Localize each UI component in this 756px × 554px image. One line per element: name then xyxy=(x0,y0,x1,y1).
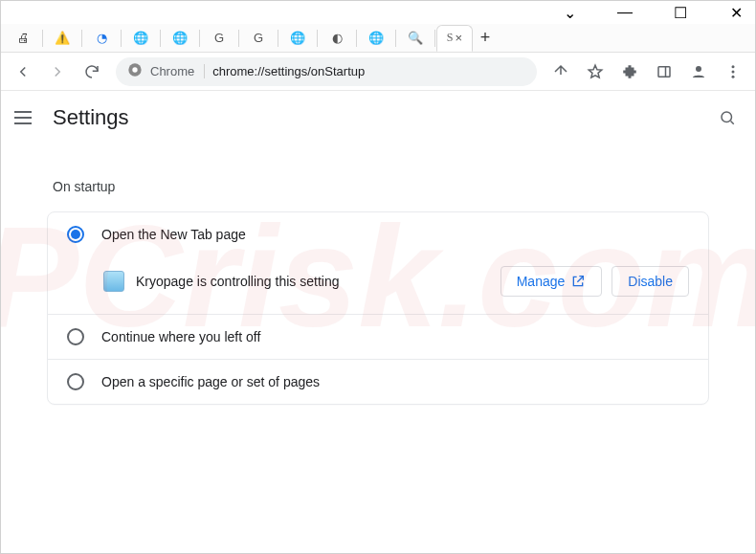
radio-icon[interactable] xyxy=(67,328,84,345)
url-chip-label: Chrome xyxy=(150,64,205,78)
side-panel-button[interactable] xyxy=(648,56,680,87)
radio-icon[interactable] xyxy=(67,226,84,243)
tab-item[interactable]: ⚠️ xyxy=(44,25,80,52)
reload-button[interactable] xyxy=(76,56,108,87)
settings-favicon: S xyxy=(447,31,454,45)
back-button[interactable] xyxy=(7,56,39,87)
tab-item[interactable]: 🖨 xyxy=(5,25,41,52)
option-continue[interactable]: Continue where you left off xyxy=(48,315,708,359)
window-dropdown-icon[interactable]: ⌄ xyxy=(556,4,583,22)
share-button[interactable] xyxy=(545,56,577,87)
menu-button[interactable] xyxy=(717,56,749,87)
svg-point-5 xyxy=(732,65,735,68)
extension-control-notice: Kryopage is controlling this setting Man… xyxy=(48,256,708,314)
window-close-button[interactable]: ✕ xyxy=(723,4,749,22)
window-controls: ⌄ — ☐ ✕ xyxy=(1,1,755,24)
address-bar[interactable]: Chrome chrome://settings/onStartup xyxy=(116,57,537,86)
option-label: Open the New Tab page xyxy=(101,227,246,242)
chrome-logo-icon xyxy=(127,62,143,80)
tab-item[interactable]: G xyxy=(240,25,277,52)
svg-point-1 xyxy=(132,67,137,72)
startup-options-card: Open the New Tab page Kryopage is contro… xyxy=(47,211,709,405)
option-open-new-tab[interactable]: Open the New Tab page xyxy=(48,212,708,256)
tab-close-icon[interactable]: × xyxy=(456,31,463,45)
settings-header: Settings xyxy=(1,91,755,144)
profile-button[interactable] xyxy=(682,56,715,87)
settings-search-button[interactable] xyxy=(711,102,744,133)
disable-button[interactable]: Disable xyxy=(611,266,689,297)
bookmark-button[interactable] xyxy=(579,56,611,87)
svg-point-6 xyxy=(732,70,735,73)
tab-item[interactable]: 🌐 xyxy=(122,25,159,52)
tab-item[interactable]: 🔍 xyxy=(397,25,434,52)
new-tab-button[interactable]: + xyxy=(473,28,498,48)
settings-content: On startup Open the New Tab page Kryopag… xyxy=(1,144,755,424)
external-link-icon xyxy=(570,274,586,289)
url-text: chrome://settings/onStartup xyxy=(212,64,365,78)
radio-icon[interactable] xyxy=(67,373,84,390)
tab-item-active[interactable]: S × xyxy=(436,25,473,52)
tab-item[interactable]: 🌐 xyxy=(358,25,394,52)
section-label: On startup xyxy=(53,179,709,194)
svg-point-7 xyxy=(732,75,735,78)
browser-toolbar: Chrome chrome://settings/onStartup xyxy=(1,53,755,91)
tab-item[interactable]: 🌐 xyxy=(279,25,316,52)
tab-item[interactable]: 🌐 xyxy=(162,25,198,52)
tab-item[interactable]: ◔ xyxy=(83,25,120,52)
window-maximize-button[interactable]: ☐ xyxy=(667,4,694,22)
extension-notice-text: Kryopage is controlling this setting xyxy=(136,274,339,289)
svg-rect-2 xyxy=(658,66,670,77)
svg-point-4 xyxy=(696,66,701,72)
window-minimize-button[interactable]: — xyxy=(611,4,638,21)
page-title: Settings xyxy=(53,105,129,130)
svg-point-8 xyxy=(722,112,732,122)
tab-item[interactable]: ◐ xyxy=(319,25,355,52)
forward-button[interactable] xyxy=(41,56,74,87)
option-label: Open a specific page or set of pages xyxy=(101,374,320,389)
extension-icon xyxy=(103,271,124,292)
manage-button[interactable]: Manage xyxy=(500,266,603,297)
tab-strip: 🖨 ⚠️ ◔ 🌐 🌐 G G 🌐 ◐ 🌐 🔍 S × + xyxy=(1,24,755,53)
tab-item[interactable]: G xyxy=(201,25,237,52)
option-specific-pages[interactable]: Open a specific page or set of pages xyxy=(48,360,708,404)
extensions-button[interactable] xyxy=(613,56,646,87)
option-label: Continue where you left off xyxy=(101,329,260,344)
hamburger-menu-button[interactable] xyxy=(12,106,35,129)
